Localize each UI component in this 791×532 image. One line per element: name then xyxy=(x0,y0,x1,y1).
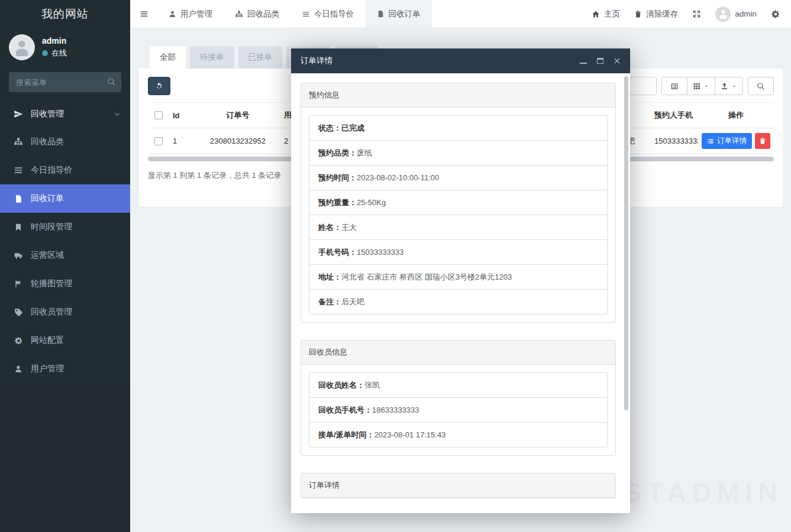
sitemap-icon xyxy=(235,10,243,18)
user-name: admin xyxy=(42,36,67,46)
delete-button[interactable] xyxy=(755,133,770,149)
home-button[interactable]: 主页 xyxy=(592,9,620,20)
export-dropdown-button[interactable] xyxy=(715,77,743,95)
tab-label: 回收品类 xyxy=(247,9,279,20)
expand-icon xyxy=(692,9,701,18)
sidebar-item-recycle-management[interactable]: 回收管理 xyxy=(0,100,130,128)
user-panel: admin 在线 xyxy=(0,28,130,67)
sidebar-item-recycle-orders[interactable]: 回收订单 xyxy=(0,184,130,213)
panel-title: 回收员信息 xyxy=(301,340,615,365)
home-icon xyxy=(592,10,600,18)
minimize-button[interactable] xyxy=(580,59,587,64)
sidebar-item-user-management[interactable]: 用户管理 xyxy=(0,355,130,383)
sidebar-item-site-config[interactable]: 网站配置 xyxy=(0,326,130,355)
user-menu[interactable]: admin xyxy=(715,7,757,22)
sidebar-item-guide-price[interactable]: 今日指导价 xyxy=(0,156,130,184)
sidebar-item-label: 网站配置 xyxy=(31,335,64,346)
file-icon xyxy=(377,10,385,18)
close-button[interactable] xyxy=(614,57,621,64)
panel-title: 预约信息 xyxy=(301,83,615,108)
online-label: 在线 xyxy=(51,48,67,59)
grid-icon xyxy=(693,82,700,90)
clear-cache-label: 清除缓存 xyxy=(646,9,678,20)
field-remark: 备注：后天吧 xyxy=(309,289,607,314)
tab-guide-price[interactable]: 今日指导价 xyxy=(290,0,366,28)
recycler-info-panel: 回收员信息 回收员姓名：张凯 回收员手机号：18633333333 接单/派单时… xyxy=(301,340,616,456)
search-button[interactable] xyxy=(748,77,774,95)
tab-label: 用户管理 xyxy=(180,9,212,20)
toggle-view-button[interactable] xyxy=(661,77,687,95)
tag-icon xyxy=(13,308,24,317)
user-icon xyxy=(718,9,728,19)
field-weight: 预约重量：25-50Kg xyxy=(309,190,607,215)
field-name: 姓名：王大 xyxy=(309,215,607,239)
settings-button[interactable] xyxy=(771,9,780,19)
tab-all[interactable]: 全部 xyxy=(150,46,186,69)
recycler-field-list: 回收员姓名：张凯 回收员手机号：18633333333 接单/派单时间：2023… xyxy=(309,372,608,447)
sidebar-item-banner-management[interactable]: 轮播图管理 xyxy=(0,270,130,298)
cell-actions: 订单详情 xyxy=(698,133,774,149)
list-icon xyxy=(302,10,310,18)
refresh-icon xyxy=(155,82,163,90)
row-checkbox[interactable] xyxy=(154,137,163,145)
sitemap-icon xyxy=(13,137,24,147)
modal-scrollbar[interactable] xyxy=(624,76,628,410)
sidebar-menu: 回收管理 回收品类 今日指导价 回收订单 时间段管理 运营区域 xyxy=(0,100,130,383)
field-address: 地址：河北省 石家庄市 桥西区 国瑞小区3号楼2单元1203 xyxy=(309,264,607,289)
sidebar: 我的网站 admin 在线 回收管理 xyxy=(0,0,130,532)
user-icon xyxy=(13,38,31,56)
select-all-checkbox[interactable] xyxy=(154,111,163,119)
tab-categories[interactable]: 回收品类 xyxy=(224,0,290,28)
column-header-id[interactable]: Id xyxy=(169,111,194,120)
column-header-phone[interactable]: 预约人手机 xyxy=(651,110,698,121)
app-root: 我的网站 admin 在线 回收管理 xyxy=(0,0,791,532)
sidebar-item-time-slots[interactable]: 时间段管理 xyxy=(0,213,130,241)
field-recycler-name: 回收员姓名：张凯 xyxy=(309,373,607,397)
user-icon xyxy=(13,365,24,373)
refresh-button[interactable] xyxy=(148,77,170,95)
column-header-order-no[interactable]: 订单号 xyxy=(194,110,282,121)
online-dot xyxy=(42,50,48,56)
tab-user-management[interactable]: 用户管理 xyxy=(157,0,224,28)
fullscreen-button[interactable] xyxy=(692,9,701,18)
sidebar-search-input[interactable] xyxy=(9,72,121,92)
clear-cache-button[interactable]: 清除缓存 xyxy=(634,9,678,20)
menu-toggle-button[interactable] xyxy=(130,0,157,28)
order-detail-button-label: 订单详情 xyxy=(717,136,747,146)
sidebar-item-service-areas[interactable]: 运营区域 xyxy=(0,241,130,270)
appointment-info-panel: 预约信息 状态：已完成 预约品类：废纸 预约时间：2023-08-02-10:0… xyxy=(301,83,616,323)
home-label: 主页 xyxy=(604,9,620,20)
sidebar-item-label: 时间段管理 xyxy=(31,222,72,232)
minimize-icon xyxy=(580,59,587,64)
order-detail-button[interactable]: 订单详情 xyxy=(702,133,752,149)
sidebar-item-categories[interactable]: 回收品类 xyxy=(0,128,130,156)
tab-recycle-orders[interactable]: 回收订单 xyxy=(366,0,432,28)
trash-icon xyxy=(759,137,766,145)
paper-plane-icon xyxy=(13,109,24,119)
navbar-right: 主页 清除缓存 admin xyxy=(592,0,791,28)
search-icon[interactable] xyxy=(107,77,116,86)
tab-accepted[interactable]: 已接单 xyxy=(238,46,283,69)
avatar xyxy=(9,34,35,60)
modal-title: 订单详情 xyxy=(301,56,332,66)
hamburger-icon xyxy=(139,9,149,18)
sidebar-item-label: 今日指导价 xyxy=(31,165,72,176)
sidebar-item-recycler-management[interactable]: 回收员管理 xyxy=(0,298,130,326)
maximize-button[interactable] xyxy=(597,58,603,64)
columns-dropdown-button[interactable] xyxy=(687,77,715,95)
order-detail-panel: 订单详情 xyxy=(301,473,616,498)
sidebar-item-label: 回收订单 xyxy=(31,193,64,204)
list-alt-icon xyxy=(670,82,679,90)
list-icon xyxy=(13,166,24,175)
order-detail-modal: 订单详情 预约信息 状态：已完成 预约品类：废纸 预约时间：2023-08-02… xyxy=(291,48,630,513)
search-icon xyxy=(757,82,765,90)
field-status: 状态：已完成 xyxy=(309,116,607,140)
sidebar-footer xyxy=(0,383,130,532)
export-icon xyxy=(721,82,728,90)
field-dispatch-time: 接单/派单时间：2023-08-01 17:15:43 xyxy=(309,422,607,447)
field-phone: 手机号码：15033333333 xyxy=(309,239,607,264)
window-buttons xyxy=(580,57,621,64)
modal-header[interactable]: 订单详情 xyxy=(291,48,630,73)
field-recycler-phone: 回收员手机号：18633333333 xyxy=(309,397,607,422)
tab-pending[interactable]: 待接单 xyxy=(190,46,234,69)
